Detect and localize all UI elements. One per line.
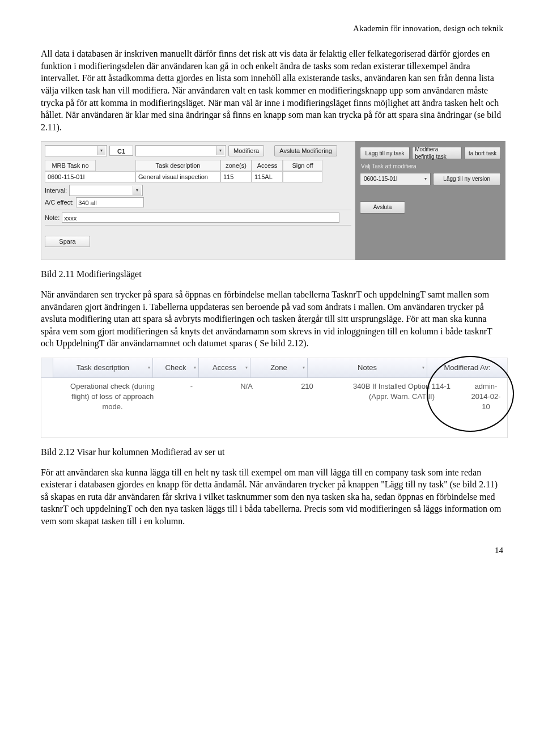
add-version-button[interactable]: Lägg till ny version bbox=[433, 173, 502, 185]
col2-desc: Task description▾ bbox=[53, 358, 153, 377]
right-panel: Lägg till ny task Modifiera befintlig ta… bbox=[355, 141, 505, 260]
col2-check: Check▾ bbox=[153, 358, 199, 377]
label-choose-task: Välj Task att modifiera bbox=[361, 163, 501, 171]
combo-empty-2[interactable]: ▾ bbox=[135, 145, 226, 156]
delete-task-button[interactable]: ta bort task bbox=[464, 147, 501, 159]
col-zone: zone(s) bbox=[220, 160, 252, 171]
val2-modified-by: admin-2014-02-10 bbox=[465, 381, 507, 413]
label-interval: Interval: bbox=[45, 186, 67, 195]
paragraph-1: All data i databasen är inskriven manuel… bbox=[41, 48, 503, 133]
save-button[interactable]: Spara bbox=[45, 236, 90, 247]
ac-effect-input[interactable]: 340 all bbox=[76, 197, 144, 207]
modify-existing-button[interactable]: Modifiera befintlig task bbox=[412, 147, 462, 159]
val2-check: - bbox=[165, 381, 218, 413]
paragraph-2: När användaren sen trycker på spara så ö… bbox=[41, 288, 503, 350]
page-number: 14 bbox=[41, 545, 503, 556]
label-note: Note: bbox=[45, 214, 60, 222]
note-input[interactable]: xxxx bbox=[62, 213, 339, 223]
task-select-combo[interactable]: 0600-115-01I▾ bbox=[360, 173, 431, 185]
col-access: Access bbox=[252, 160, 283, 171]
val-zone[interactable]: 115 bbox=[220, 171, 252, 182]
col2-access: Access▾ bbox=[199, 358, 250, 377]
val2-notes: 340B If Installed Option 114-1 (Appr. Wa… bbox=[339, 381, 465, 413]
label-ac-effect: A/C effect: bbox=[45, 198, 74, 207]
val-signoff[interactable] bbox=[283, 171, 322, 182]
col-task-desc: Task description bbox=[135, 160, 220, 171]
val-access[interactable]: 115AL bbox=[252, 171, 283, 182]
val2-access: N/A bbox=[218, 381, 275, 413]
cell-c1[interactable]: C1 bbox=[109, 146, 133, 156]
interval-combo[interactable]: ▾ bbox=[69, 185, 143, 196]
col-signoff: Sign off bbox=[283, 160, 322, 171]
left-panel: ▾ C1 ▾ Modifiera Avsluta Modifiering MRB… bbox=[41, 141, 355, 260]
screenshot-modification-ui: ▾ C1 ▾ Modifiera Avsluta Modifiering MRB… bbox=[41, 141, 505, 260]
col2-zone: Zone▾ bbox=[250, 358, 308, 377]
page-header: Akademin för innovation, design och tekn… bbox=[41, 23, 503, 34]
col2-modified-by: Modifierad Av: bbox=[427, 358, 507, 377]
col2-notes: Notes▾ bbox=[308, 358, 427, 377]
col-task-no: MRB Task no bbox=[45, 160, 96, 171]
modify-button[interactable]: Modifiera bbox=[228, 145, 264, 156]
val2-zone: 210 bbox=[275, 381, 339, 413]
screenshot-modified-by-column: Task description▾ Check▾ Access▾ Zone▾ N… bbox=[41, 358, 508, 438]
caption-2-11: Bild 2.11 Modifieringsläget bbox=[41, 268, 503, 281]
val-task-desc[interactable]: General visual inspection bbox=[135, 171, 220, 182]
add-task-button[interactable]: Lägg till ny task bbox=[360, 147, 410, 159]
end-modification-button[interactable]: Avsluta Modifiering bbox=[274, 145, 337, 156]
close-button[interactable]: Avsluta bbox=[360, 201, 405, 214]
caption-2-12: Bild 2.12 Visar hur kolumnen Modifierad … bbox=[41, 446, 503, 458]
combo-empty-1[interactable]: ▾ bbox=[45, 145, 107, 156]
paragraph-3: För att användaren ska kunna lägga till … bbox=[41, 466, 503, 528]
val2-desc: Operational check (during flight) of los… bbox=[60, 381, 165, 413]
val-task-no[interactable]: 0600-115-01I bbox=[45, 171, 135, 182]
